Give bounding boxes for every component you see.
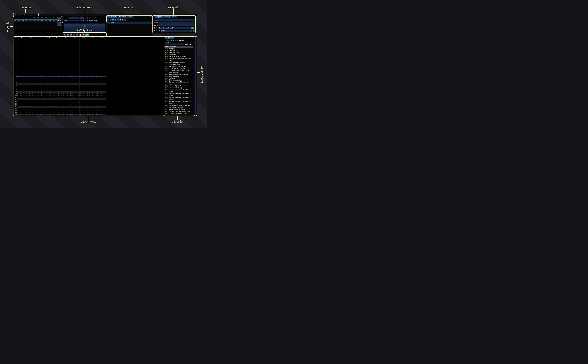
pattern-cell[interactable]: ··· ·· ·· ···· bbox=[88, 114, 97, 116]
pattern-cell[interactable]: ··· ·· ·· ···· bbox=[71, 91, 79, 93]
pattern-cell[interactable]: ··· ·· ·· ···· bbox=[62, 82, 71, 83]
pattern-cell[interactable]: ··· ·· ·· ···· bbox=[26, 78, 35, 79]
pattern-cell[interactable]: ··· ·· ·· ···· bbox=[53, 108, 62, 110]
song-tab-subsongs[interactable]: Subsongs bbox=[163, 16, 171, 18]
pattern-cell[interactable]: ··· ·· ·· ···· bbox=[62, 112, 71, 114]
play-from-cursor-button[interactable] bbox=[70, 33, 72, 36]
pattern-cell[interactable]: ··· ·· ·· ···· bbox=[53, 112, 62, 114]
pattern-cell[interactable]: ··· ·· ·· ···· bbox=[26, 87, 35, 89]
effect-entry-1axx[interactable]: 1AxxSet attack of operator 1 (0 to 1F) bbox=[165, 112, 193, 114]
step-button[interactable]: Step bbox=[64, 20, 68, 21]
system-auto-button[interactable]: Auto bbox=[191, 27, 194, 29]
channel-header-noise[interactable]: Noise bbox=[97, 37, 106, 39]
pattern-cell[interactable]: ··· ·· ·· ···· bbox=[53, 114, 62, 116]
pattern-cell[interactable]: ··· ·· ·· ···· bbox=[17, 80, 26, 81]
pattern-cell[interactable]: ··· ·· ·· ···· bbox=[26, 104, 35, 106]
pattern-cell[interactable]: ··· ·· ·· ···· bbox=[35, 91, 44, 93]
pattern-cell[interactable]: ··· ·· ·· ···· bbox=[44, 106, 53, 108]
close-icon[interactable]: × bbox=[192, 37, 193, 39]
pattern-cell[interactable]: ··· ·· ·· ···· bbox=[35, 89, 44, 91]
pattern-cell[interactable]: ··· ·· ·· ···· bbox=[17, 112, 26, 114]
pattern-cell[interactable]: ··· ·· ·· ···· bbox=[17, 93, 26, 94]
pattern-cell[interactable]: ··· ·· ·· ···· bbox=[35, 108, 44, 110]
effect-entry-09xx[interactable]: 09xxSet groove pattern (speed 1 if no gr… bbox=[165, 69, 193, 73]
pattern-cell[interactable]: ··· ·· ·· ···· bbox=[53, 84, 62, 85]
duplicate-asset-button[interactable] bbox=[110, 19, 112, 21]
pattern-cell[interactable]: ··· ·· ·· ···· bbox=[44, 99, 53, 100]
pattern-cell[interactable]: ··· ·· ·· ···· bbox=[26, 101, 35, 102]
open-asset-button[interactable] bbox=[112, 19, 114, 21]
move-order-up-button[interactable] bbox=[59, 20, 61, 21]
order-column-header-f5[interactable]: F5 bbox=[32, 17, 36, 19]
pattern-cell[interactable]: ··· ·· ·· ···· bbox=[79, 85, 88, 87]
pattern-cell[interactable]: ··· ·· ·· ···· bbox=[17, 108, 26, 110]
pattern-cell[interactable]: ··· ·· ·· ···· bbox=[79, 99, 88, 100]
pattern-cell[interactable]: ··· ·· ·· ···· bbox=[53, 85, 62, 87]
pattern-row-3[interactable]: 3··· ·· ·· ······· ·· ·· ······· ·· ·· ·… bbox=[14, 81, 106, 83]
pattern-cell[interactable]: ··· ·· ·· ···· bbox=[26, 80, 35, 81]
order-cell-s2[interactable]: 00 bbox=[44, 20, 48, 21]
pattern-cell[interactable]: ··· ·· ·· ···· bbox=[44, 93, 53, 94]
add-order-button[interactable]: + bbox=[57, 17, 59, 19]
pattern-row-13[interactable]: 13··· ·· ·· ······· ·· ·· ······· ·· ·· … bbox=[14, 100, 106, 102]
move-order-down-button[interactable] bbox=[57, 22, 59, 24]
pattern-cell[interactable]: ··· ·· ·· ···· bbox=[17, 91, 26, 93]
pattern-cell[interactable]: ··· ·· ·· ···· bbox=[97, 85, 106, 87]
pattern-row-0[interactable]: 0··· ·· ·· ······· ·· ·· ······· ·· ·· ·… bbox=[14, 76, 106, 78]
pattern-cell[interactable]: ··· ·· ·· ···· bbox=[79, 112, 88, 114]
pattern-cell[interactable]: ··· ·· ·· ···· bbox=[62, 76, 71, 78]
pattern-cell[interactable]: ··· ·· ·· ···· bbox=[62, 104, 71, 106]
pattern-cell[interactable]: ··· ·· ·· ···· bbox=[35, 87, 44, 89]
pattern-cell[interactable]: ··· ·· ·· ···· bbox=[53, 106, 62, 108]
pattern-cell[interactable]: ··· ·· ·· ···· bbox=[53, 95, 62, 97]
channel-header-fm-3[interactable]: FM 3 bbox=[35, 37, 44, 39]
pattern-cell[interactable]: ··· ·· ·· ···· bbox=[71, 108, 79, 110]
order-column-header-f2[interactable]: F2 bbox=[21, 17, 25, 19]
pattern-cell[interactable]: ··· ·· ·· ···· bbox=[35, 110, 44, 112]
pattern-row-4[interactable]: 4··· ·· ·· ······· ·· ·· ······· ·· ·· ·… bbox=[14, 83, 106, 85]
pattern-cell[interactable]: ··· ·· ·· ···· bbox=[53, 80, 62, 81]
order-cell-s3[interactable]: 00 bbox=[48, 20, 52, 21]
stop-button[interactable] bbox=[76, 33, 79, 36]
effect-entry-0cxx[interactable]: 0CxxRetrigger bbox=[165, 77, 193, 79]
pattern-row-8[interactable]: 8··· ·· ·· ······· ·· ·· ······· ·· ·· ·… bbox=[14, 91, 106, 93]
pattern-cell[interactable]: ··· ·· ·· ···· bbox=[97, 114, 106, 116]
pattern-cell[interactable]: ··· ·· ·· ···· bbox=[17, 103, 26, 104]
pattern-cell[interactable]: ··· ·· ·· ···· bbox=[97, 78, 106, 79]
pattern-cell[interactable]: ··· ·· ·· ···· bbox=[17, 84, 26, 85]
pattern-cell[interactable]: ··· ·· ·· ···· bbox=[79, 97, 88, 98]
pattern-cell[interactable]: ··· ·· ·· ···· bbox=[71, 99, 79, 100]
step-input[interactable]: 1 bbox=[69, 20, 79, 21]
pattern-cell[interactable]: ··· ·· ·· ···· bbox=[71, 89, 79, 91]
scrollbar-thumb[interactable] bbox=[193, 63, 193, 67]
pattern-cell[interactable]: ··· ·· ·· ···· bbox=[79, 82, 88, 83]
pattern-cell[interactable]: ··· ·· ·· ···· bbox=[97, 80, 106, 81]
pattern-cell[interactable]: ··· ·· ·· ···· bbox=[35, 97, 44, 98]
pattern-cell[interactable]: ··· ·· ·· ···· bbox=[62, 78, 71, 79]
order-column-header-s2[interactable]: S2 bbox=[44, 17, 48, 19]
order-cell-s1[interactable]: 00 bbox=[40, 20, 44, 21]
pattern-cell[interactable]: ··· ·· ·· ···· bbox=[62, 99, 71, 100]
pattern-cell[interactable]: ··· ·· ·· ···· bbox=[35, 82, 44, 83]
channel-header-square-3[interactable]: Square 3 bbox=[88, 37, 97, 39]
pattern-cell[interactable]: ··· ·· ·· ···· bbox=[26, 93, 35, 94]
pattern-cell[interactable]: ··· ·· ·· ···· bbox=[79, 87, 88, 89]
step-increase-button[interactable]: + bbox=[82, 20, 84, 21]
pattern-cell[interactable]: ··· ·· ·· ···· bbox=[97, 101, 106, 102]
menu-item-help[interactable]: help bbox=[36, 14, 39, 16]
pattern-cell[interactable]: ··· ·· ·· ···· bbox=[62, 80, 71, 81]
pattern-row-20[interactable]: 20··· ·· ·· ······· ·· ·· ······· ·· ·· … bbox=[14, 114, 106, 116]
follow-pattern-checkbox[interactable] bbox=[87, 20, 88, 21]
tuning-increase-button[interactable]: + bbox=[193, 30, 195, 32]
order-cell-f4[interactable]: 00 bbox=[29, 20, 33, 21]
pattern-row-12[interactable]: 12··· ·· ·· ······· ·· ·· ······· ·· ·· … bbox=[14, 98, 106, 100]
pattern-cell[interactable]: ··· ·· ·· ···· bbox=[53, 87, 62, 89]
channel-header-fm-4[interactable]: FM 4 bbox=[44, 37, 53, 39]
pattern-cell[interactable]: ··· ·· ·· ···· bbox=[26, 89, 35, 91]
pattern-cell[interactable]: ··· ·· ·· ···· bbox=[44, 80, 53, 81]
pattern-cell[interactable]: ··· ·· ·· ···· bbox=[35, 85, 44, 87]
order-column-header-no[interactable]: NO bbox=[52, 17, 56, 19]
pattern-cell[interactable]: ··· ·· ·· ···· bbox=[62, 110, 71, 112]
pattern-cell[interactable]: ··· ·· ·· ···· bbox=[88, 95, 97, 97]
pattern-cell[interactable]: ··· ·· ·· ···· bbox=[71, 104, 79, 106]
